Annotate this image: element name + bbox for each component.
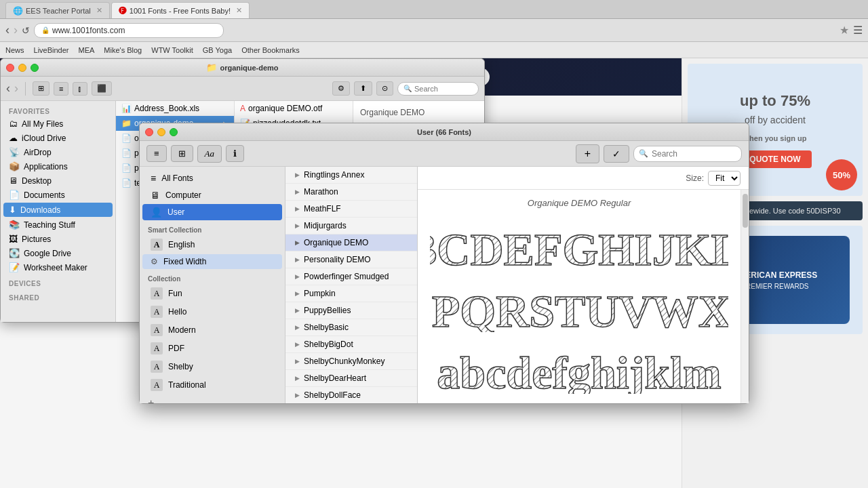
tab-1001fonts[interactable]: 🅕 1001 Fonts - Free Fonts Baby! ✕ — [111, 2, 250, 18]
finder-share[interactable]: ⬆ — [354, 81, 372, 96]
finder-col1-item-address[interactable]: 📊 Address_Book.xls — [116, 101, 234, 116]
fontlist-item-shelbybasic[interactable]: ▶ ShelbyBasic — [285, 319, 417, 336]
fm-close-btn[interactable] — [145, 128, 153, 136]
finder-file-otf[interactable]: A organique DEMO.otf — [235, 101, 353, 116]
finder-devices-label: Devices — [1, 274, 115, 289]
worksheet-label: Worksheet Maker — [24, 263, 87, 272]
bookmark-other[interactable]: Other Bookmarks — [241, 46, 300, 54]
finder-close-btn[interactable] — [6, 64, 14, 72]
reload-btn[interactable]: ↺ — [22, 25, 30, 36]
fm-min-btn[interactable] — [157, 128, 165, 136]
tab-fonts-close[interactable]: ✕ — [236, 6, 242, 15]
finder-item-applications[interactable]: 📦 Applications — [1, 159, 115, 174]
bookmark-star[interactable]: ★ — [840, 24, 849, 37]
fm-preview-content: Organique DEMO Regular ABCDEFGHI — [418, 190, 741, 403]
finder-item-googledrive[interactable]: 💽 Google Drive — [1, 246, 115, 260]
finder-min-btn[interactable] — [18, 64, 26, 72]
forward-btn[interactable]: › — [14, 23, 18, 37]
finder-view-icon[interactable]: ⊞ — [33, 81, 50, 96]
fm-search-input[interactable] — [633, 146, 742, 162]
fontlist-item-powderfinger[interactable]: ▶ Powderfinger Smudged — [285, 268, 417, 285]
svg-text:ABCDEFGHIJKLM: ABCDEFGHIJKLM — [430, 224, 728, 270]
finder-back[interactable]: ‹ — [6, 81, 10, 96]
perso-icon: 📄 — [121, 148, 132, 158]
fm-preview-scrollbar[interactable] — [741, 190, 749, 403]
fm-item-shelby[interactable]: A Shelby — [142, 358, 282, 375]
finder-item-teaching[interactable]: 📚 Teaching Stuff — [1, 218, 115, 232]
fm-item-modern[interactable]: A Modern — [142, 321, 282, 339]
fm-item-english[interactable]: A English — [142, 236, 282, 253]
fm-item-computer[interactable]: 🖥 Computer — [142, 187, 282, 203]
icloud-label: iCloud Drive — [22, 134, 66, 143]
quote-now-btn[interactable]: QUOTE NOW — [738, 150, 811, 168]
finder-item-documents[interactable]: 📄 Documents — [1, 188, 115, 202]
fm-preview-abc2: NOPQRSTUVWXYZ — [429, 278, 730, 334]
finder-view-list[interactable]: ≡ — [54, 82, 68, 96]
finder-item-pictures[interactable]: 🖼 Pictures — [1, 232, 115, 246]
bookmark-mea[interactable]: MEA — [79, 46, 95, 54]
finder-view-cover[interactable]: ⬛ — [92, 81, 112, 96]
fm-item-allfonts[interactable]: ≡ All Fonts — [142, 170, 282, 186]
bookmark-mikes[interactable]: Mike's Blog — [104, 46, 142, 54]
address-text[interactable]: www.1001fonts.com — [52, 26, 125, 35]
bookmark-wtw[interactable]: WTW Toolkit — [151, 46, 193, 54]
fontlist-item-organique[interactable]: ▶ Organique DEMO — [285, 235, 417, 251]
main-area: 1001Fonts Search ent veness White Festiv… — [0, 58, 868, 488]
tab-ees-close[interactable]: ✕ — [96, 6, 102, 15]
finder-tag[interactable]: ⊙ — [376, 81, 393, 96]
fm-item-pdf[interactable]: A PDF — [142, 340, 282, 357]
ad-discount-badge: 50% — [826, 159, 857, 190]
fl-arrow-pumpkin: ▶ — [295, 290, 300, 297]
finder-item-desktop[interactable]: 🖥 Desktop — [1, 174, 115, 188]
fontlist-item-midjurgards[interactable]: ▶ Midjurgards — [285, 218, 417, 235]
fontlist-item-shelbydear[interactable]: ▶ ShelbyDearHeart — [285, 370, 417, 387]
finder-item-allmyfiles[interactable]: 🗂 All My Files — [1, 117, 115, 131]
fm-item-user[interactable]: 👤 User — [142, 204, 282, 220]
documents-label: Documents — [24, 190, 65, 200]
finder-toolbar: ‹ › ⊞ ≡ ⫿ ⬛ ⚙ ⬆ ⊙ 🔍 — [1, 77, 484, 101]
fontlist-item-shelbydoll[interactable]: ▶ ShelbyDollFace — [285, 387, 417, 403]
fm-info-btn[interactable]: ℹ — [226, 145, 244, 162]
fm-size-select[interactable]: Fit 72 48 36 24 — [708, 171, 741, 186]
browser-menu[interactable]: ☰ — [853, 24, 863, 37]
fontlist-item-ringtlings[interactable]: ▶ Ringtlings Annex — [285, 167, 417, 184]
back-btn[interactable]: ‹ — [5, 23, 9, 37]
finder-max-btn[interactable] — [31, 64, 39, 72]
finder-view-col[interactable]: ⫿ — [73, 82, 87, 96]
finder-item-icloud[interactable]: ☁ iCloud Drive — [1, 131, 115, 145]
fontlist-item-pumpkin[interactable]: ▶ Pumpkin — [285, 285, 417, 302]
fm-view-list-btn[interactable]: ≡ — [146, 145, 167, 162]
pictures-label: Pictures — [22, 235, 51, 244]
bookmark-yoga[interactable]: GB Yoga — [203, 46, 232, 54]
finder-item-downloads[interactable]: ⬇ Downloads — [3, 203, 113, 217]
fm-font-info-btn[interactable]: Aa — [197, 145, 222, 163]
fm-item-fun[interactable]: A Fun — [142, 285, 282, 302]
finder-action[interactable]: ⚙ — [332, 81, 350, 96]
finder-item-airdrop[interactable]: 📡 AirDrop — [1, 145, 115, 159]
fontlist-item-puppybellies[interactable]: ▶ PuppyBellies — [285, 302, 417, 319]
bookmark-news[interactable]: News — [5, 46, 24, 54]
fm-item-traditional[interactable]: A Traditional — [142, 376, 282, 394]
finder-item-worksheet[interactable]: 📝 Worksheet Maker — [1, 260, 115, 274]
fontlist-item-meath[interactable]: ▶ MeathFLF — [285, 201, 417, 218]
fm-add-btn[interactable]: + — [576, 144, 599, 163]
fm-activate-btn[interactable]: ✓ — [604, 145, 629, 163]
fm-toolbar: ≡ ⊞ Aa ℹ + ✓ 🔍 — [140, 141, 749, 167]
fontlist-item-marathon[interactable]: ▶ Marathon — [285, 184, 417, 201]
finder-forward[interactable]: › — [14, 81, 18, 96]
fontlist-item-personality[interactable]: ▶ Personality DEMO — [285, 251, 417, 268]
fm-view-grid-btn[interactable]: ⊞ — [171, 145, 193, 162]
allmyfiles-label: All My Files — [22, 119, 63, 129]
scrollbar-thumb[interactable] — [743, 194, 748, 228]
fm-item-fixedwidth[interactable]: ⚙ Fixed Width — [142, 254, 282, 269]
finder-search[interactable] — [414, 85, 469, 93]
font-manager: User (66 Fonts) ≡ ⊞ Aa ℹ + ✓ 🔍 — [139, 123, 749, 404]
fontlist-item-shelbychunky[interactable]: ▶ ShelbyChunkyMonkey — [285, 353, 417, 370]
allfonts-icon: ≡ — [151, 173, 156, 184]
fm-add-collection[interactable]: + — [140, 394, 285, 403]
fm-max-btn[interactable] — [170, 128, 178, 136]
bookmark-livebinder[interactable]: LiveBinder — [34, 46, 69, 54]
tab-ees[interactable]: 🌐 EES Teacher Portal ✕ — [5, 2, 110, 18]
fm-item-hello[interactable]: A Hello — [142, 303, 282, 321]
fontlist-item-shelbybigdot[interactable]: ▶ ShelbyBigDot — [285, 336, 417, 353]
